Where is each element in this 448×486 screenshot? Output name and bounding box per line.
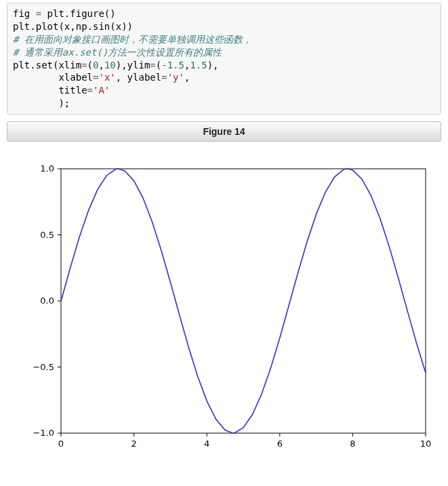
code-token: = [81, 60, 87, 70]
code-cell: fig = plt.figure() plt.plot(x,np.sin(x))… [7, 3, 441, 115]
figure-header: Figure 14 [7, 121, 441, 142]
code-token: - [161, 60, 167, 70]
code-token: ); [13, 98, 70, 108]
code-comment: # 在用面向对象接口画图时，不需要单独调用这些函数， [13, 34, 252, 45]
code-token: = [87, 85, 93, 96]
code-token: plt.plot(x,np.sin(x)) [13, 21, 133, 32]
code-token: , ylabel [116, 72, 161, 83]
x-tick-label: 4 [204, 439, 209, 449]
code-token: 'x' [98, 72, 115, 83]
code-token: = [161, 72, 167, 83]
code-token: = [150, 60, 155, 70]
code-token: fig [13, 8, 36, 19]
code-token: ( [87, 60, 93, 70]
code-token: xlabel [13, 72, 93, 83]
y-tick-label: −1.0 [33, 428, 54, 438]
code-comment: # 通常采用ax.set()方法一次性设置所有的属性 [13, 47, 222, 58]
code-token: , [98, 60, 104, 70]
code-token: ( [156, 60, 161, 70]
figure-header-label: Figure 14 [203, 126, 245, 137]
code-token: ),ylim [116, 60, 150, 70]
x-tick-label: 8 [350, 439, 355, 449]
y-tick-label: 0.5 [40, 230, 54, 240]
x-tick-label: 0 [58, 439, 64, 449]
code-token: plt.set(xlim [13, 60, 81, 70]
code-token: 'A' [93, 85, 110, 96]
code-token: plt.figure() [47, 8, 116, 19]
code-token: ), [207, 60, 219, 70]
y-tick-label: 0.0 [40, 296, 54, 306]
x-tick-label: 2 [131, 439, 136, 449]
x-tick-label: 6 [277, 439, 283, 449]
y-tick-label: 1.0 [40, 163, 54, 174]
code-token: , [184, 72, 190, 83]
code-token: 10 [104, 60, 116, 70]
code-token: title [13, 85, 87, 96]
chart-container: 0246810−1.0−0.50.00.51.0 [0, 154, 448, 466]
y-tick-label: −0.5 [33, 362, 54, 372]
svg-rect-0 [61, 169, 426, 433]
code-token: 'y' [167, 72, 184, 83]
code-token: 1.5 [190, 60, 207, 70]
line-chart: 0246810−1.0−0.50.00.51.0 [14, 161, 434, 452]
code-token: 1.5 [167, 60, 184, 70]
code-token: = [36, 8, 47, 19]
x-tick-label: 10 [420, 439, 432, 449]
series-line [61, 169, 426, 433]
